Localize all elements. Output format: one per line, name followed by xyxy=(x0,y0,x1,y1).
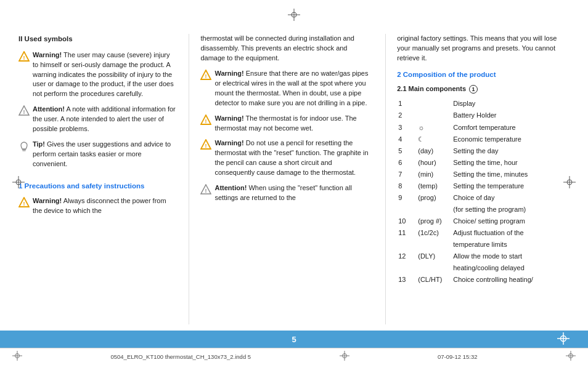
comp-symbol xyxy=(418,204,449,215)
warning-icon-2: ! xyxy=(18,197,30,208)
comp-label: Choice of day xyxy=(450,193,568,203)
comp-num: 10 xyxy=(398,216,417,227)
right-continuation: original factory settings. This means th… xyxy=(397,34,570,63)
middle-warning-block-1: ! Warning! Ensure that there are no wate… xyxy=(200,69,373,108)
attention-icon-1: ! xyxy=(18,105,30,116)
table-row: 11 (1c/2c) Adjust fluctuation of the xyxy=(398,228,568,238)
comp-symbol: (min) xyxy=(418,169,449,180)
comp-label: Economic temperature xyxy=(450,134,568,145)
table-row: temperature limits xyxy=(398,239,568,250)
svg-text:!: ! xyxy=(205,143,207,149)
comp-label: Choice controlling heating/ xyxy=(450,275,568,285)
comp-num: 8 xyxy=(398,181,417,191)
tip-block-1: Tip! Gives the user suggestions and advi… xyxy=(18,140,176,169)
comp-symbol xyxy=(418,98,449,109)
table-row: 13 (CL/HT) Choice controlling heating/ xyxy=(398,275,568,285)
middle-warning-text-1: Warning! Ensure that there are no water/… xyxy=(214,69,373,108)
warning-bold-2: Warning! xyxy=(33,197,62,204)
table-row: 8 (temp) Setting the temperature xyxy=(398,181,568,191)
table-row: 9 (prog) Choice of day xyxy=(398,193,568,203)
comp-label: Allow the mode to start xyxy=(450,251,568,262)
footer-bar: 5 xyxy=(0,331,588,348)
comp-num: 3 xyxy=(398,122,417,133)
comp-symbol: (prog #) xyxy=(418,216,449,227)
comp-num: 6 xyxy=(398,158,417,168)
comp-num xyxy=(398,239,417,250)
middle-warning-bold-2: Warning! xyxy=(214,114,243,122)
components-table: 1 Display 2 Battery Holder 3 ☼ Comfort t… xyxy=(397,97,570,286)
comp-num: 5 xyxy=(398,146,417,156)
middle-warning-text-2: Warning! The thermostat is for indoor us… xyxy=(214,114,373,134)
warning-block-1: ! Warning! The user may cause (severe) i… xyxy=(18,50,176,100)
right-crosshair xyxy=(563,176,576,190)
printer-bar: 0504_ELRO_KT100 thermostat_CH_130x73_2.i… xyxy=(0,348,588,365)
comp-symbol: (CL/HT) xyxy=(418,275,449,285)
comp-label: Setting the day xyxy=(450,146,568,156)
tip-text-1: Tip! Gives the user suggestions and advi… xyxy=(33,140,176,169)
middle-warning-bold-3: Warning! xyxy=(214,139,243,146)
svg-text:!: ! xyxy=(23,109,25,115)
comp-num xyxy=(398,204,417,215)
comp-symbol: (DLY) xyxy=(418,251,449,262)
left-column: II Used symbols ! Warning! The user may … xyxy=(18,34,176,324)
table-row: heating/cooling delayed xyxy=(398,263,568,273)
comp-num xyxy=(398,263,417,273)
warning-text-1: Warning! The user may cause (severe) inj… xyxy=(33,50,176,100)
middle-warning-block-3: ! Warning! Do not use a pencil for reset… xyxy=(200,138,373,178)
warning-block-2: ! Warning! Always disconnect the power f… xyxy=(18,196,176,216)
middle-attention-bold-1: Attention! xyxy=(214,184,247,191)
comp-num: 1 xyxy=(398,98,417,109)
svg-text:!: ! xyxy=(205,118,207,124)
comp-num: 4 xyxy=(398,134,417,145)
middle-column: thermostat will be connected during inst… xyxy=(189,34,373,324)
middle-warning-block-2: ! Warning! The thermostat is for indoor … xyxy=(200,114,373,134)
middle-warning-cont: thermostat will be connected during inst… xyxy=(200,34,373,63)
svg-text:!: ! xyxy=(205,73,207,79)
comp-label: Display xyxy=(450,98,568,109)
table-row: 6 (hour) Setting the time, hour xyxy=(398,158,568,168)
tip-icon-1 xyxy=(18,140,30,151)
page-number: 5 xyxy=(292,335,296,344)
table-row: 1 Display xyxy=(398,98,568,109)
comp-symbol xyxy=(418,110,449,121)
comp-symbol: (prog) xyxy=(418,193,449,203)
page-wrapper: II Used symbols ! Warning! The user may … xyxy=(0,0,588,365)
comp-symbol xyxy=(418,239,449,250)
printer-crosshair-right xyxy=(566,351,576,363)
middle-warning-icon-3: ! xyxy=(200,139,211,150)
middle-warning-icon-2: ! xyxy=(200,114,211,126)
svg-text:!: ! xyxy=(205,188,207,194)
comp-label: (for setting the program) xyxy=(450,204,568,215)
comp-num: 12 xyxy=(398,251,417,262)
table-row: (for setting the program) xyxy=(398,204,568,215)
table-row: 2 Battery Holder xyxy=(398,110,568,121)
comp-symbol xyxy=(418,263,449,273)
warning-icon-1: ! xyxy=(18,51,30,62)
table-row: 10 (prog #) Choice/ setting program xyxy=(398,216,568,227)
printer-crosshair-left xyxy=(12,351,22,363)
comp-symbol: (1c/2c) xyxy=(418,228,449,238)
printer-crosshair-center xyxy=(340,351,349,363)
table-row: 7 (min) Setting the time, minutes xyxy=(398,169,568,180)
comp-symbol: ☾ xyxy=(418,134,449,145)
warning-text-2: Warning! Always disconnect the power fro… xyxy=(33,196,176,216)
table-row: 3 ☼ Comfort temperature xyxy=(398,122,568,133)
comp-label: Battery Holder xyxy=(450,110,568,121)
comp-label: temperature limits xyxy=(450,239,568,250)
precautions-title: 1 Precautions and safety instructions xyxy=(18,181,176,191)
comp-label: Comfort temperature xyxy=(450,122,568,133)
table-row: 12 (DLY) Allow the mode to start xyxy=(398,251,568,262)
comp-label: Adjust fluctuation of the xyxy=(450,228,568,238)
attention-block-1: ! Attention! A note with additional info… xyxy=(18,105,176,134)
comp-label: Choice/ setting program xyxy=(450,216,568,227)
comp-num: 11 xyxy=(398,228,417,238)
used-symbols-title: II Used symbols xyxy=(18,34,176,44)
composition-title: 2 Composition of the product xyxy=(397,70,570,80)
middle-attention-text-1: Attention! When using the "reset" functi… xyxy=(214,183,373,203)
footer-crosshair-icon xyxy=(557,332,570,347)
comp-num: 9 xyxy=(398,193,417,203)
comp-symbol: (hour) xyxy=(418,158,449,168)
table-row: 4 ☾ Economic temperature xyxy=(398,134,568,145)
printer-info-right: 07-09-12 15:32 xyxy=(438,353,477,360)
main-components-title: 2.1 Main components 1 xyxy=(397,84,570,94)
